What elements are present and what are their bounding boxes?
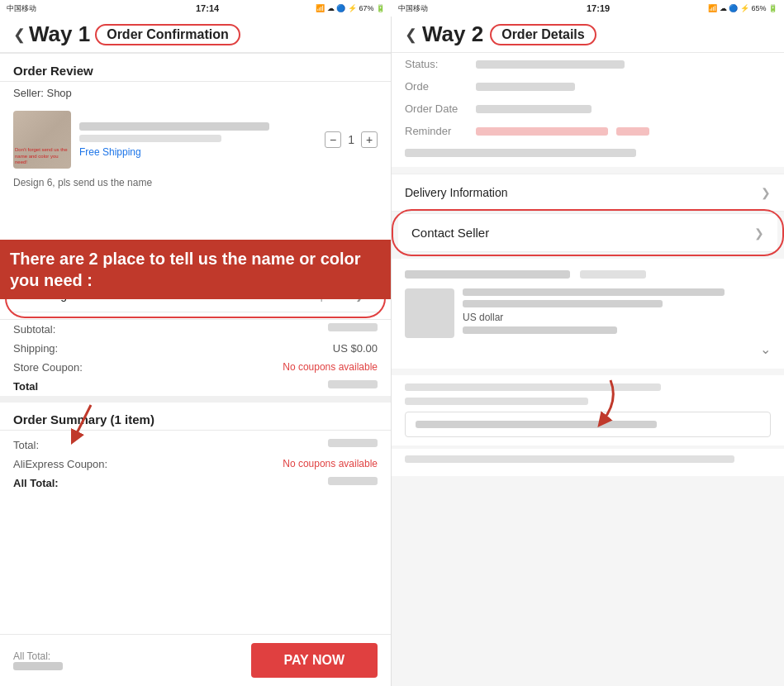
subtotal-label: Subtotal: bbox=[13, 323, 55, 336]
all-total-label: All Total: bbox=[13, 477, 59, 489]
way2-label: Way 2 bbox=[422, 21, 483, 47]
no-coupon-1: No coupons available bbox=[283, 361, 378, 374]
shipping-row: Shipping: US $0.00 bbox=[0, 339, 391, 358]
seller-line: Seller: Shop bbox=[0, 82, 391, 104]
screen-way2: ❮ Way 2 Order Details Status: Orde Order… bbox=[392, 17, 784, 686]
right-product-img bbox=[405, 288, 454, 338]
order-details-section: Status: Orde Order Date Reminder bbox=[392, 53, 784, 167]
all-total-label2: All Total: bbox=[13, 650, 63, 662]
chevron-down-icon: ⌄ bbox=[760, 341, 771, 357]
extra-blur-1 bbox=[405, 149, 636, 157]
design-note: Design 6, pls send us the name bbox=[0, 175, 391, 195]
bottom-blur-2 bbox=[405, 398, 588, 405]
carrier-right: 中国移动 bbox=[398, 3, 428, 14]
order-summary-title: Order Summary (1 item) bbox=[0, 403, 391, 430]
product-top-blur bbox=[405, 270, 570, 279]
status-row: Status: bbox=[392, 53, 784, 75]
order-date-label: Order Date bbox=[405, 102, 471, 115]
qty-value: 1 bbox=[348, 133, 354, 146]
product-top-blur2 bbox=[580, 270, 646, 279]
product-details: Free Shipping bbox=[79, 122, 316, 158]
way2-header: ❮ Way 2 Order Details bbox=[392, 17, 784, 53]
coupon-row: Store Coupon: No coupons available bbox=[0, 358, 391, 377]
product-image-text: Don't forget send us the name and color … bbox=[15, 147, 71, 165]
right-extra-bottom bbox=[392, 449, 784, 476]
way1-header: ❮ Way 1 Order Confirmation bbox=[0, 17, 391, 53]
arrow-annotation-right bbox=[586, 372, 635, 433]
coupon-label: Store Coupon: bbox=[13, 361, 83, 374]
product-row: Don't forget send us the name and color … bbox=[0, 104, 391, 175]
overlay-banner: There are 2 place to tell us the name or… bbox=[0, 240, 391, 299]
way2-title: Order Details bbox=[490, 24, 596, 45]
reminder-row: Reminder bbox=[392, 120, 784, 142]
ali-coupon-row: AliExpress Coupon: No coupons available bbox=[0, 455, 391, 474]
time-right: 17:19 bbox=[587, 3, 610, 13]
order-review-title: Order Review bbox=[0, 54, 391, 81]
delivery-info-label: Delivery Information bbox=[405, 186, 508, 199]
qty-decrease[interactable]: − bbox=[325, 131, 341, 148]
order-summary-section: Total: AliExpress Coupon: No coupons ava… bbox=[0, 436, 391, 493]
product-variant-blur bbox=[79, 135, 221, 142]
extra-blur-bottom bbox=[405, 455, 734, 463]
subtotal-value bbox=[328, 323, 378, 331]
signal-icons-right: 📶 ☁ 🔵 ⚡ 65% 🔋 bbox=[708, 4, 777, 12]
total-row: Total bbox=[0, 377, 391, 396]
total2-row: Total: bbox=[0, 436, 391, 455]
reminder-label: Reminder bbox=[405, 125, 471, 137]
delivery-chevron-icon: ❯ bbox=[761, 186, 771, 199]
right-product-price-blur bbox=[463, 326, 617, 334]
all-total-value bbox=[328, 477, 378, 485]
total2-label: Total: bbox=[13, 439, 39, 451]
divider-4 bbox=[0, 430, 391, 431]
delivery-info-row[interactable]: Delivery Information ❯ bbox=[392, 174, 784, 212]
product-name-blur bbox=[79, 122, 269, 131]
product-qty: − 1 + bbox=[325, 131, 378, 148]
way1-label: Way 1 bbox=[29, 21, 90, 47]
dropdown-row: ⌄ bbox=[405, 338, 771, 360]
reminder-value2 bbox=[616, 127, 649, 136]
carrier-left: 中国移动 bbox=[7, 3, 36, 14]
pay-total-area: All Total: bbox=[13, 650, 63, 670]
product-image: Don't forget send us the name and color … bbox=[13, 111, 71, 169]
order-date-row: Order Date bbox=[392, 98, 784, 120]
all-total-row: All Total: bbox=[0, 474, 391, 493]
total-blur bbox=[13, 662, 63, 670]
status-bar: 中国移动 📶 ☁ 🔵 ⚡ 67% 🔋 17:14 中国移动 📶 ☁ 🔵 ⚡ 65… bbox=[0, 0, 784, 17]
shipping-label: Shipping: bbox=[13, 342, 58, 355]
back-arrow-left[interactable]: ❮ bbox=[13, 26, 26, 44]
back-arrow-right[interactable]: ❮ bbox=[405, 26, 417, 44]
qty-increase[interactable]: + bbox=[361, 131, 378, 148]
screen-way1: ❮ Way 1 Order Confirmation Order Review … bbox=[0, 17, 392, 686]
shipping-value: US $0.00 bbox=[333, 342, 378, 355]
time-left: 17:14 bbox=[196, 3, 219, 13]
arrow-annotation-left bbox=[66, 397, 116, 450]
way1-title: Order Confirmation bbox=[95, 24, 240, 45]
status-value bbox=[476, 60, 625, 69]
total-label: Total bbox=[13, 380, 38, 393]
signal-icons-left: 📶 ☁ 🔵 ⚡ 67% 🔋 bbox=[316, 4, 385, 12]
order-label: Orde bbox=[405, 80, 471, 93]
status-bar-right: 中国移动 📶 ☁ 🔵 ⚡ 65% 🔋 17:19 bbox=[392, 0, 784, 17]
right-product-row: US dollar bbox=[405, 288, 771, 338]
screens-container: ❮ Way 1 Order Confirmation Order Review … bbox=[0, 17, 784, 686]
contact-seller-row[interactable]: Contact Seller ❯ bbox=[398, 213, 777, 252]
subtotal-row: Subtotal: bbox=[0, 320, 391, 339]
status-bar-left: 中国移动 📶 ☁ 🔵 ⚡ 67% 🔋 17:14 bbox=[0, 0, 392, 17]
reminder-value bbox=[476, 127, 608, 136]
section-divider bbox=[0, 396, 391, 403]
no-coupon-2: No coupons available bbox=[283, 458, 378, 470]
contact-chevron-icon: ❯ bbox=[754, 226, 764, 240]
order-value bbox=[476, 83, 575, 91]
right-product-variant-blur bbox=[463, 300, 663, 307]
status-label: Status: bbox=[405, 58, 471, 70]
ali-label: AliExpress Coupon: bbox=[13, 458, 107, 470]
total-value bbox=[328, 380, 378, 388]
total2-value bbox=[328, 439, 378, 447]
free-shipping-label: Free Shipping bbox=[79, 146, 316, 158]
summary-section: Subtotal: Shipping: US $0.00 Store Coupo… bbox=[0, 319, 391, 396]
right-product-details: US dollar bbox=[463, 288, 771, 338]
contact-seller-label: Contact Seller bbox=[411, 226, 489, 240]
right-product-section: US dollar ⌄ bbox=[392, 259, 784, 369]
pay-now-button[interactable]: PAY NOW bbox=[251, 643, 378, 678]
contact-seller-wrapper: Contact Seller ❯ bbox=[392, 213, 784, 252]
